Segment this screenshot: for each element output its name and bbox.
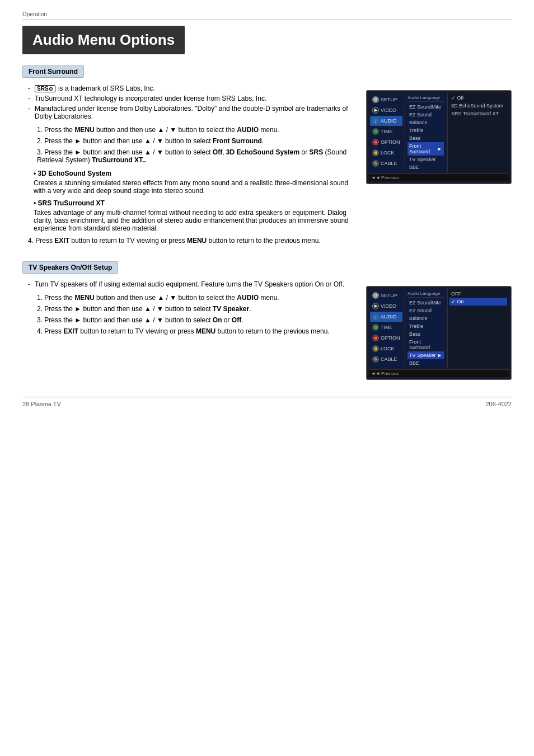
- menu-screenshot-2: ⚙SETUP ▶VIDEO ♪AUDIO ◷TIME ≡OPTION: [366, 286, 512, 380]
- bullet-text-2: TruSurround XT technology is incorporate…: [35, 95, 266, 102]
- menu-item: BBE: [407, 359, 444, 367]
- video-icon-2: ▶: [372, 303, 379, 309]
- menu-item-front-surround: Front Surround ►: [407, 142, 444, 156]
- sub-item-srs: SRS TruSurround XT: [449, 110, 507, 118]
- list-item: 2. Press the ► button and then use ▲ / ▼…: [28, 305, 355, 313]
- page-footer: 28 Plasma TV 206-4022: [22, 397, 512, 407]
- option-icon-2: ≡: [372, 335, 379, 341]
- subsection-srs-title: SRS TruSurround XT: [34, 199, 355, 207]
- menu-item: Bass: [407, 330, 444, 338]
- subsection-srs-body: Takes advantage of any multi-channel for…: [34, 209, 355, 232]
- sidebar-time-2: ◷TIME: [370, 322, 402, 332]
- subsection-3d-title: 3D EchoSound System: [34, 170, 355, 177]
- subsection-3d-body: Creates a stunning simulated stereo effe…: [34, 179, 355, 195]
- sidebar-option: ≡OPTION: [370, 137, 402, 147]
- tv-submenu-1: ✓ Off 3D EchoSound System SRS TruSurroun…: [447, 93, 509, 172]
- menu-item: EZ Sound: [407, 307, 444, 314]
- sub-item-3d: 3D EchoSound System: [449, 102, 507, 110]
- section-header-1: Front Surround: [22, 65, 84, 78]
- menu-item: EZ SoundMite: [407, 103, 444, 111]
- section-front-surround: Front Surround SRS⊙ is a trademark of SR…: [22, 65, 512, 245]
- lock-icon-2: 🔒: [372, 345, 379, 352]
- sub-item-off: ✓ Off: [449, 94, 507, 102]
- tv-main-1: Audio Language EZ SoundMite EZ Sound Bal…: [405, 93, 446, 172]
- tv-sidebar-2: ⚙SETUP ▶VIDEO ♪AUDIO ◷TIME ≡OPTION: [369, 289, 404, 368]
- tv-menu-bottom-2: ◄◄ Previous: [369, 369, 509, 377]
- menu-item: EZ SoundMite: [407, 299, 444, 307]
- setup-icon-2: ⚙: [372, 292, 379, 299]
- video-icon: ▶: [372, 107, 379, 114]
- sidebar-video-2: ▶VIDEO: [370, 301, 402, 311]
- menu-screenshot-1: ⚙SETUP ▶VIDEO ♪AUDIO ◷TIME ≡OPTION: [366, 90, 512, 184]
- srs-logo: SRS⊙: [35, 85, 55, 92]
- section1-content: SRS⊙ is a trademark of SRS Labs, Inc. Tr…: [22, 84, 512, 245]
- section2-steps: 1. Press the MENU button and then use ▲ …: [28, 294, 355, 335]
- sidebar-setup: ⚙SETUP: [370, 95, 402, 105]
- bullet-text-1: is a trademark of SRS Labs, Inc.: [58, 84, 155, 92]
- menu-item: Balance: [407, 119, 444, 126]
- time-icon-2: ◷: [372, 324, 379, 331]
- previous-label-2: ◄◄ Previous: [371, 371, 399, 376]
- list-item: 3. Press the ► button and then use ▲ / ▼…: [28, 316, 355, 324]
- list-item: Turn TV speakers off if using external a…: [28, 280, 355, 288]
- sidebar-option-2: ≡OPTION: [370, 333, 402, 343]
- lock-icon: 🔒: [372, 149, 379, 156]
- menu-item: Balance: [407, 314, 444, 322]
- menu-item: Front Surround: [407, 338, 444, 351]
- menu-item: Treble: [407, 126, 444, 134]
- sidebar-setup-2: ⚙SETUP: [370, 290, 402, 300]
- sidebar-audio: ♪AUDIO: [370, 116, 402, 126]
- menu-item: TV Speaker: [407, 156, 444, 163]
- tv-menu-1: ⚙SETUP ▶VIDEO ♪AUDIO ◷TIME ≡OPTION: [366, 90, 512, 184]
- operation-label: Operation: [22, 11, 512, 17]
- list-item: 3. Press the ► button and then use ▲ / ▼…: [28, 148, 355, 164]
- section-header-2: TV Speakers On/Off Setup: [22, 261, 118, 274]
- bullet-text-3: Manufactured under license from Dolby La…: [35, 105, 348, 120]
- menu-item: Bass: [407, 134, 444, 142]
- page-title: Audio Menu Options: [22, 26, 185, 54]
- section2-intro: Turn TV speakers off if using external a…: [28, 280, 355, 288]
- section-tv-speakers: TV Speakers On/Off Setup Turn TV speaker…: [22, 261, 512, 380]
- previous-label: ◄◄ Previous: [371, 175, 399, 180]
- footer-right: 206-4022: [486, 401, 512, 407]
- sidebar-audio-2: ♪AUDIO: [370, 312, 402, 322]
- list-item: 1. Press the MENU button and then use ▲ …: [28, 126, 355, 134]
- tv-main-2: Audio Language EZ SoundMite EZ Sound Bal…: [405, 289, 446, 368]
- tv-submenu-2: OFF ✓ On: [447, 289, 509, 368]
- sidebar-video: ▶VIDEO: [370, 105, 402, 115]
- sidebar-lock: 🔒LOCK: [370, 148, 402, 158]
- sidebar-cable: ∿CABLE: [370, 158, 402, 168]
- section2-content: Turn TV speakers off if using external a…: [22, 280, 512, 380]
- sidebar-lock-2: 🔒LOCK: [370, 344, 402, 354]
- subsection-srs: SRS TruSurround XT Takes advantage of an…: [34, 199, 355, 232]
- section1-text: SRS⊙ is a trademark of SRS Labs, Inc. Tr…: [22, 84, 355, 245]
- tv-menu-2: ⚙SETUP ▶VIDEO ♪AUDIO ◷TIME ≡OPTION: [366, 286, 512, 380]
- list-item: 4. Press EXIT button to return to TV vie…: [28, 327, 355, 335]
- audio-icon: ♪: [372, 118, 379, 124]
- footer-left: 28 Plasma TV: [22, 401, 61, 407]
- cable-icon-2: ∿: [372, 356, 379, 363]
- list-item: SRS⊙ is a trademark of SRS Labs, Inc.: [28, 84, 355, 92]
- setup-icon: ⚙: [372, 96, 379, 103]
- list-item: TruSurround XT technology is incorporate…: [28, 95, 355, 102]
- sidebar-time: ◷TIME: [370, 126, 402, 137]
- menu-item-tv-speaker: TV Speaker ►: [407, 351, 444, 359]
- subsection-3d: 3D EchoSound System Creates a stunning s…: [34, 170, 355, 195]
- tv-menu-bottom-1: ◄◄ Previous: [369, 173, 509, 181]
- list-item: 2. Press the ► button and then use ▲ / ▼…: [28, 137, 355, 145]
- sidebar-cable-2: ∿CABLE: [370, 354, 402, 364]
- section2-text: Turn TV speakers off if using external a…: [22, 280, 355, 341]
- menu-item: Treble: [407, 322, 444, 330]
- menu-item: EZ Sound: [407, 111, 444, 119]
- list-item: 1. Press the MENU button and then use ▲ …: [28, 294, 355, 302]
- step4: 4. Press EXIT button to return to TV vie…: [28, 237, 355, 245]
- menu-title: Audio Language: [407, 94, 444, 102]
- audio-icon-2: ♪: [372, 313, 379, 320]
- list-item: Manufactured under license from Dolby La…: [28, 105, 355, 120]
- section1-bullets: SRS⊙ is a trademark of SRS Labs, Inc. Tr…: [28, 84, 355, 120]
- time-icon: ◷: [372, 128, 379, 135]
- option-icon: ≡: [372, 139, 379, 145]
- tv-sidebar-1: ⚙SETUP ▶VIDEO ♪AUDIO ◷TIME ≡OPTION: [369, 93, 404, 172]
- sub-item-on: ✓ On: [449, 298, 507, 306]
- cable-icon: ∿: [372, 160, 379, 167]
